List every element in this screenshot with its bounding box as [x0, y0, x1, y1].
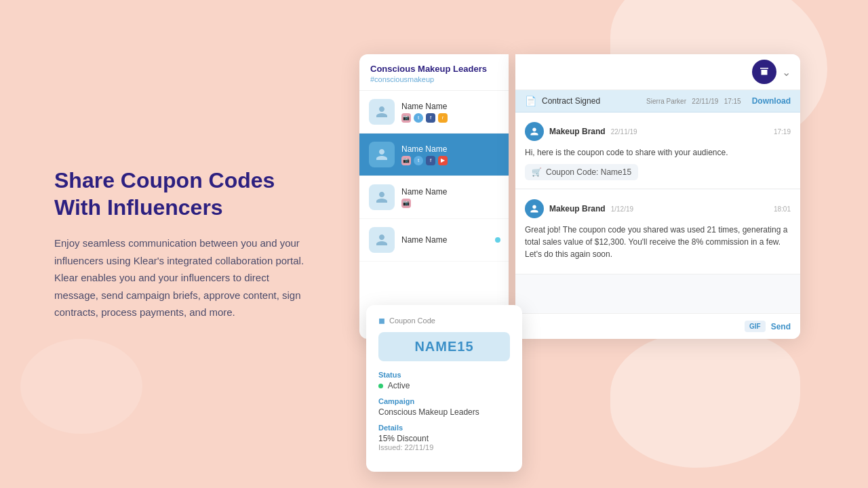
message-date: 1/12/19	[611, 205, 633, 213]
influencer-name: Name Name	[401, 187, 447, 197]
chat-messages: Makeup Brand 22/11/19 17:19 Hi, here is …	[515, 113, 800, 313]
bg-decoration-3	[20, 339, 142, 434]
campaign-value: Conscious Makeup Leaders	[378, 407, 510, 417]
send-button[interactable]: Send	[771, 322, 791, 331]
influencer-name: Name Name	[401, 102, 448, 111]
contract-row: 📄 Contract Signed Sierra Parker 22/11/19…	[515, 90, 800, 113]
coupon-status-section: Status Active	[378, 371, 510, 390]
coupon-campaign-section: Campaign Conscious Makeup Leaders	[378, 397, 510, 417]
influencer-list-panel: Conscious Makeup Leaders #consciousmakeu…	[359, 54, 509, 339]
message-body: Hi, here is the coupon code to share wit…	[525, 146, 791, 159]
page-description: Enjoy seamless communication between you…	[54, 235, 305, 321]
coupon-header-icon: ◼	[378, 316, 385, 325]
coupon-popup-header: ◼ Coupon Code	[378, 316, 510, 325]
message-header: Makeup Brand 1/12/19 18:01	[525, 199, 791, 218]
coupon-badge-label: Coupon Code: Name15	[546, 167, 631, 177]
list-header: Conscious Makeup Leaders #consciousmakeu…	[359, 54, 509, 91]
coupon-popup-label: Coupon Code	[389, 317, 435, 325]
gif-button[interactable]: GIF	[745, 321, 766, 332]
avatar	[369, 227, 395, 253]
status-dot	[378, 384, 383, 388]
campaign-hashtag: #consciousmakeup	[370, 75, 498, 83]
coupon-code-badge: 🛒 Coupon Code: Name15	[525, 164, 638, 180]
message-time: 17:19	[774, 128, 791, 136]
contract-label: Contract Signed	[542, 96, 600, 106]
list-item[interactable]: Name Name	[359, 219, 509, 262]
chat-message: Makeup Brand 1/12/19 18:01 Great job! Th…	[515, 190, 800, 274]
social-icons: 📷 t f r	[401, 113, 448, 123]
details-issued: Issued: 22/11/19	[378, 443, 510, 451]
avatar	[369, 142, 395, 167]
coupon-code-display: NAME15	[378, 332, 510, 361]
facebook-icon: f	[426, 156, 435, 165]
sender-name: Makeup Brand	[549, 127, 606, 136]
instagram-icon: 📷	[401, 156, 411, 165]
page-title: Share Coupon Codes With Influencers	[54, 167, 305, 221]
details-discount: 15% Discount	[378, 434, 510, 443]
list-item-info: Name Name 📷	[401, 187, 447, 208]
message-header: Makeup Brand 22/11/19 17:19	[525, 122, 791, 141]
facebook-icon: f	[426, 113, 435, 123]
details-label: Details	[378, 424, 510, 432]
list-item[interactable]: Name Name 📷 t f ▶	[359, 134, 509, 176]
chat-panel: ⌄ 📄 Contract Signed Sierra Parker 22/11/…	[515, 54, 800, 339]
twitter-icon: t	[414, 113, 423, 123]
chat-input-row: GIF Send	[515, 313, 800, 339]
contract-info: 📄 Contract Signed	[525, 96, 600, 106]
social-icons: 📷 t f ▶	[401, 156, 448, 165]
influencer-name: Name Name	[401, 235, 447, 245]
chevron-down-icon[interactable]: ⌄	[782, 66, 791, 79]
left-panel: Share Coupon Codes With Influencers Enjo…	[54, 167, 305, 321]
sender-avatar	[525, 122, 544, 141]
ui-container: Conscious Makeup Leaders #consciousmakeu…	[359, 54, 800, 434]
message-time: 18:01	[774, 205, 791, 213]
chat-header-right: ⌄	[752, 60, 791, 84]
instagram-icon: 📷	[401, 199, 411, 208]
list-item-info: Name Name 📷 t f r	[401, 102, 448, 123]
tag-icon: 🛒	[532, 167, 542, 177]
rss-icon: r	[438, 113, 448, 123]
avatar	[369, 99, 395, 125]
instagram-icon: 📷	[401, 113, 411, 123]
list-item-info: Name Name 📷 t f ▶	[401, 144, 448, 165]
campaign-title: Conscious Makeup Leaders	[370, 64, 498, 74]
status-label: Status	[378, 371, 510, 379]
message-date: 22/11/19	[611, 128, 637, 136]
youtube-icon: ▶	[438, 156, 448, 165]
influencer-name: Name Name	[401, 144, 448, 154]
contract-meta-right: Sierra Parker 22/11/19 17:15 Download	[646, 96, 791, 106]
unread-badge	[495, 237, 500, 243]
campaign-label: Campaign	[378, 397, 510, 405]
twitter-icon: t	[414, 156, 423, 165]
sender-name: Makeup Brand	[549, 204, 606, 214]
status-value: Active	[378, 381, 510, 390]
download-button[interactable]: Download	[752, 96, 791, 106]
avatar	[369, 184, 395, 210]
brand-avatar	[752, 60, 776, 84]
contract-date-time: Sierra Parker 22/11/19 17:15	[646, 98, 741, 105]
contract-icon: 📄	[525, 96, 536, 106]
message-body: Great job! The coupon code you shared wa…	[525, 224, 791, 260]
chat-message: Makeup Brand 22/11/19 17:19 Hi, here is …	[515, 113, 800, 189]
coupon-details-section: Details 15% Discount Issued: 22/11/19	[378, 424, 510, 451]
chat-header: ⌄	[515, 54, 800, 90]
list-item[interactable]: Name Name 📷 t f r	[359, 91, 509, 134]
sender-avatar	[525, 199, 544, 218]
list-item[interactable]: Name Name 📷	[359, 176, 509, 219]
list-item-info: Name Name	[401, 235, 447, 245]
coupon-popup: ◼ Coupon Code NAME15 Status Active Campa…	[366, 305, 522, 472]
social-icons: 📷	[401, 199, 447, 208]
